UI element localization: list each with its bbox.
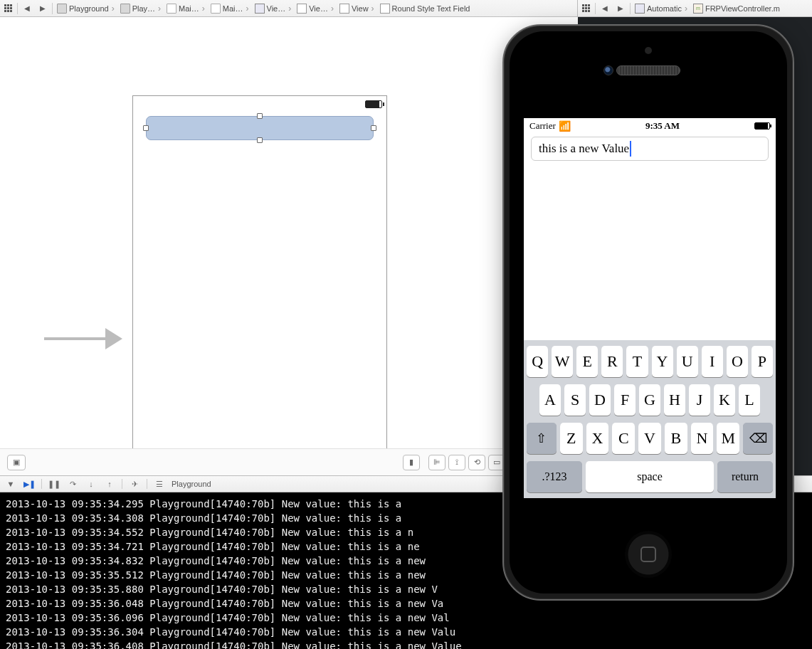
key-v[interactable]: V <box>638 423 661 454</box>
jump-bar-left: ◀ ▶ PlaygroundPlay…Mai…Mai…Vie…Vie…ViewR… <box>0 0 578 16</box>
nav-back-button[interactable]: ◀ <box>598 1 612 16</box>
breadcrumb-item[interactable]: mFRPViewController.m <box>690 4 786 14</box>
step-over-button[interactable]: ↷ <box>66 477 79 490</box>
space-key[interactable]: space <box>586 461 714 492</box>
related-items-icon[interactable] <box>579 1 593 16</box>
debug-target-label: Playground <box>172 480 211 488</box>
interface-builder-canvas[interactable]: ▣ ▮ ⊫ ⟟ ⟲ ▭ − = + <box>0 17 578 475</box>
nav-forward-button[interactable]: ▶ <box>36 1 50 16</box>
ib-bottom-toolbar: ▣ ▮ ⊫ ⟟ ⟲ ▭ − = + <box>0 448 578 475</box>
text-cursor-icon <box>630 141 631 157</box>
ios-keyboard: QWERTYUIOP ASDFGHJKL ⇧ZXCVBNM⌫ .?123 spa… <box>524 340 776 498</box>
document-outline-button[interactable]: ▣ <box>7 455 26 470</box>
key-n[interactable]: N <box>691 423 714 454</box>
front-camera-icon <box>603 65 613 75</box>
key-u[interactable]: U <box>677 346 698 377</box>
pin-button[interactable]: ⟟ <box>448 455 465 470</box>
resize-handle-icon[interactable] <box>371 125 376 131</box>
nav-forward-button[interactable]: ▶ <box>613 1 628 16</box>
key-l[interactable]: L <box>739 384 760 416</box>
text-input-value: this is a new Value <box>539 142 629 156</box>
key-e[interactable]: E <box>576 346 598 377</box>
key-k[interactable]: K <box>714 384 735 416</box>
step-out-button[interactable]: ↑ <box>103 477 116 490</box>
key-w[interactable]: W <box>552 346 573 377</box>
earpiece-icon <box>616 65 680 75</box>
key-a[interactable]: A <box>539 384 561 416</box>
separator <box>17 3 18 14</box>
key-r[interactable]: R <box>601 346 623 377</box>
debug-view-button[interactable]: ✈ <box>128 477 141 490</box>
key-c[interactable]: C <box>612 423 635 454</box>
carrier-label: Carrier <box>529 120 556 132</box>
breadcrumb-item[interactable]: Mai… <box>164 4 208 14</box>
pause-button[interactable]: ❚❚ <box>48 477 60 490</box>
key-b[interactable]: B <box>665 423 687 454</box>
separator <box>595 3 596 14</box>
key-x[interactable]: X <box>586 423 609 454</box>
breadcrumb-item[interactable]: Vie… <box>252 4 295 14</box>
key-s[interactable]: S <box>564 384 586 416</box>
wifi-icon: 📶 <box>559 120 571 132</box>
breadcrumb: AutomaticmFRPViewController.m <box>632 4 786 14</box>
resize-handle-icon[interactable] <box>257 113 263 119</box>
resize-handle-icon[interactable] <box>143 125 149 131</box>
numbers-key[interactable]: .?123 <box>527 461 582 492</box>
breadcrumb-item[interactable]: Play… <box>117 4 164 14</box>
breadcrumb-item[interactable]: Round Style Text Field <box>377 4 476 14</box>
backspace-key[interactable]: ⌫ <box>743 423 773 454</box>
separator <box>630 3 631 14</box>
related-items-icon[interactable] <box>1 1 15 16</box>
initial-vc-arrow-icon <box>44 324 130 353</box>
size-class-button[interactable]: ▮ <box>403 455 420 470</box>
key-h[interactable]: H <box>664 384 685 416</box>
key-m[interactable]: M <box>717 423 739 454</box>
key-f[interactable]: F <box>614 384 636 416</box>
simulator-screen[interactable]: Carrier 📶 9:35 AM this is a new Value QW… <box>524 118 776 498</box>
resolve-issues-button[interactable]: ⟲ <box>468 455 485 470</box>
key-i[interactable]: I <box>702 346 723 377</box>
ios-simulator: Carrier 📶 9:35 AM this is a new Value QW… <box>502 24 794 601</box>
ib-status-bar <box>133 96 386 112</box>
ib-textfield-selected[interactable] <box>146 116 374 140</box>
align-button[interactable]: ⊫ <box>428 455 445 470</box>
key-j[interactable]: J <box>689 384 710 416</box>
hide-debug-button[interactable]: ▼ <box>4 477 17 490</box>
key-g[interactable]: G <box>639 384 660 416</box>
breadcrumb-item[interactable]: View <box>337 4 377 14</box>
key-q[interactable]: Q <box>527 346 548 377</box>
separator <box>52 3 53 14</box>
nav-back-button[interactable]: ◀ <box>20 1 34 16</box>
location-icon[interactable]: ☰ <box>153 477 166 490</box>
key-d[interactable]: D <box>589 384 611 416</box>
breadcrumb-item[interactable]: Vie… <box>294 4 337 14</box>
key-p[interactable]: P <box>752 346 773 377</box>
jump-bar-right: ◀ ▶ AutomaticmFRPViewController.m <box>578 0 812 16</box>
breadcrumb: PlaygroundPlay…Mai…Mai…Vie…Vie…ViewRound… <box>54 4 475 14</box>
status-bar: Carrier 📶 9:35 AM <box>524 118 776 134</box>
home-button[interactable] <box>625 531 672 578</box>
key-y[interactable]: Y <box>652 346 673 377</box>
text-input[interactable]: this is a new Value <box>531 137 769 161</box>
jump-bar: ◀ ▶ PlaygroundPlay…Mai…Mai…Vie…Vie…ViewR… <box>0 0 812 17</box>
breadcrumb-item[interactable]: Mai… <box>208 4 252 14</box>
key-t[interactable]: T <box>626 346 648 377</box>
key-o[interactable]: O <box>727 346 748 377</box>
continue-button[interactable]: ▶❚ <box>23 477 36 490</box>
battery-icon <box>365 100 382 108</box>
step-into-button[interactable]: ↓ <box>85 477 97 490</box>
key-z[interactable]: Z <box>560 423 583 454</box>
clock-label: 9:35 AM <box>645 120 680 132</box>
proximity-sensor-icon <box>645 47 652 54</box>
ib-viewcontroller[interactable] <box>132 95 387 463</box>
breadcrumb-item[interactable]: Playground <box>54 4 117 14</box>
battery-icon <box>754 122 770 130</box>
resize-handle-icon[interactable] <box>257 137 263 143</box>
breadcrumb-item[interactable]: Automatic <box>632 4 690 14</box>
return-key[interactable]: return <box>717 461 773 492</box>
shift-key[interactable]: ⇧ <box>527 423 557 454</box>
